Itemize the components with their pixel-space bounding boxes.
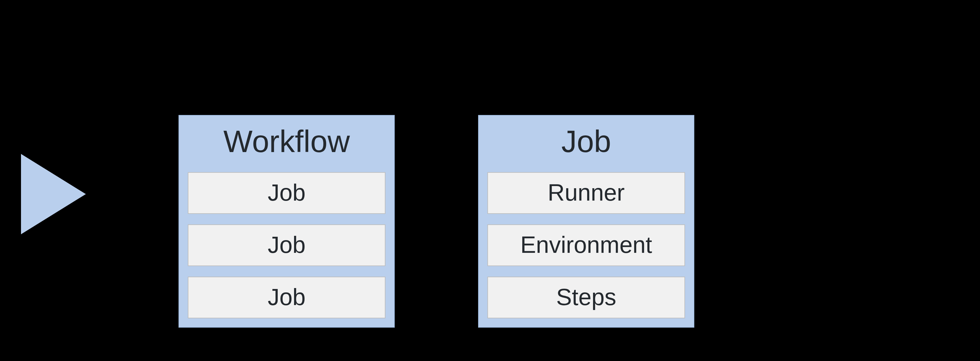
job-item-environment: Environment	[487, 224, 685, 266]
job-title: Job	[487, 122, 685, 163]
workflow-item: Job	[188, 224, 385, 266]
workflow-item: Job	[188, 276, 385, 318]
connector-line	[396, 190, 424, 192]
job-item-steps: Steps	[487, 276, 685, 318]
workflow-item: Job	[188, 172, 385, 214]
workflow-items: Job Job Job	[188, 172, 385, 318]
job-panel: Job Runner Environment Steps	[478, 115, 694, 327]
job-items: Runner Environment Steps	[487, 172, 685, 318]
diagram-stage: Workflow Job Job Job Job Runner Environm…	[0, 0, 980, 361]
workflow-panel: Workflow Job Job Job	[178, 115, 395, 327]
job-item-runner: Runner	[487, 172, 685, 214]
workflow-title: Workflow	[188, 122, 385, 163]
play-trigger-icon	[21, 154, 86, 234]
